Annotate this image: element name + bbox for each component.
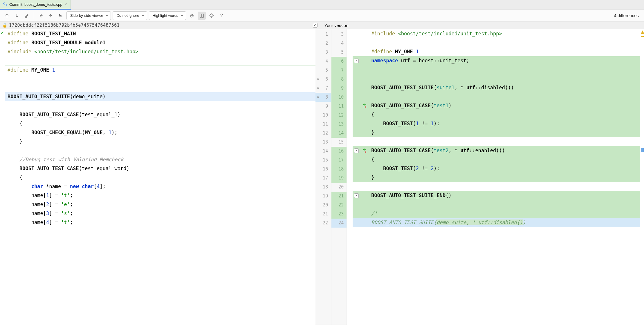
gutter-right: 3456789101112131415161718192021222324 bbox=[331, 29, 347, 325]
left-code[interactable]: #define BOOST_TEST_MAIN#define BOOST_TES… bbox=[0, 29, 315, 325]
code-line[interactable]: name[4] = 't'; bbox=[5, 218, 315, 227]
row-checkbox-cell bbox=[353, 65, 361, 74]
code-line[interactable] bbox=[368, 65, 644, 74]
sync-scroll-button[interactable] bbox=[198, 12, 206, 20]
row-swap-cell[interactable] bbox=[361, 146, 368, 155]
code-line[interactable]: #define MY_ONE 1 bbox=[368, 47, 644, 56]
code-line[interactable]: BOOST_AUTO_TEST_CASE(test2, * utf::enabl… bbox=[368, 146, 644, 155]
code-line[interactable]: #define MY_ONE 1 bbox=[5, 65, 315, 74]
code-line[interactable] bbox=[368, 137, 644, 146]
code-line[interactable]: #include <boost/test/included/unit_test.… bbox=[368, 29, 644, 38]
code-line[interactable]: BOOST_CHECK_EQUAL(MY_ONE, 1); bbox=[5, 128, 315, 137]
code-line[interactable]: name[3] = 's'; bbox=[5, 209, 315, 218]
code-line[interactable]: BOOST_AUTO_TEST_SUITE_END() bbox=[368, 191, 644, 200]
back-button[interactable] bbox=[37, 12, 45, 20]
code-line[interactable]: BOOST_AUTO_TEST_SUITE(demo_suite) bbox=[5, 92, 315, 101]
line-number: 3 bbox=[331, 30, 347, 39]
edit-button[interactable] bbox=[23, 12, 31, 20]
line-number: 1 bbox=[315, 30, 331, 39]
code-line[interactable]: } bbox=[368, 128, 644, 137]
code-line[interactable] bbox=[368, 38, 644, 47]
line-number: 10 bbox=[315, 111, 331, 120]
list-button[interactable] bbox=[57, 12, 65, 20]
close-icon[interactable]: × bbox=[65, 2, 67, 7]
warning-icon[interactable] bbox=[641, 30, 644, 34]
tab-bar: Commit: boost_demo_tests.cpp × bbox=[0, 0, 644, 10]
forward-button[interactable] bbox=[47, 12, 55, 20]
code-line[interactable] bbox=[5, 56, 315, 65]
pane-headers: 🔒 1720dbddcf22f5186b792bfb5e746754764875… bbox=[0, 21, 644, 29]
line-number: 18 bbox=[315, 183, 331, 192]
change-marker[interactable] bbox=[641, 148, 644, 152]
code-line[interactable]: { bbox=[5, 119, 315, 128]
row-swap-cell bbox=[361, 200, 368, 209]
code-line[interactable]: name[2] = 'e'; bbox=[5, 200, 315, 209]
svg-point-2 bbox=[211, 15, 212, 16]
code-line[interactable]: name[1] = 't'; bbox=[5, 191, 315, 200]
code-line[interactable] bbox=[5, 83, 315, 92]
code-line[interactable]: } bbox=[368, 173, 644, 182]
tab-commit-file[interactable]: Commit: boost_demo_tests.cpp × bbox=[0, 0, 71, 10]
line-number: 8» bbox=[315, 93, 331, 102]
code-line[interactable]: BOOST_AUTO_TEST_CASE(test1) bbox=[368, 101, 644, 110]
code-line[interactable]: BOOST_AUTO_TEST_SUITE(suite1, * utf::dis… bbox=[368, 83, 644, 92]
insert-chevron-icon[interactable]: » bbox=[317, 93, 319, 102]
line-number: 14 bbox=[315, 147, 331, 156]
row-swap-cell bbox=[361, 191, 368, 200]
highlight-mode-dropdown[interactable]: Highlight words bbox=[149, 11, 186, 20]
line-number: 16 bbox=[331, 147, 347, 156]
code-line[interactable]: #define BOOST_TEST_MODULE module1 bbox=[5, 38, 315, 47]
settings-button[interactable] bbox=[208, 12, 216, 20]
code-line[interactable]: { bbox=[5, 173, 315, 182]
row-checkbox-cell bbox=[353, 56, 361, 65]
help-button[interactable]: ? bbox=[217, 12, 226, 20]
row-checkbox-cell bbox=[353, 29, 361, 38]
row-checkbox-cell bbox=[353, 83, 361, 92]
left-pane: ✔ #define BOOST_TEST_MAIN#define BOOST_T… bbox=[0, 29, 315, 325]
apply-checkbox[interactable] bbox=[354, 148, 359, 153]
right-pane: #include <boost/test/included/unit_test.… bbox=[353, 29, 644, 325]
row-checkbox-cell bbox=[353, 74, 361, 83]
code-line[interactable]: BOOST_TEST(1 != 1); bbox=[368, 119, 644, 128]
collapse-unchanged-button[interactable] bbox=[188, 12, 196, 20]
code-line[interactable]: BOOST_AUTO_TEST_CASE(test_equal_word) bbox=[5, 164, 315, 173]
code-line[interactable] bbox=[368, 200, 644, 209]
code-line[interactable]: BOOST_TEST(2 != 2); bbox=[368, 164, 644, 173]
apply-checkbox[interactable] bbox=[354, 193, 359, 198]
row-checkbox-cell bbox=[353, 92, 361, 101]
insert-chevron-icon[interactable]: » bbox=[317, 84, 319, 93]
row-swap-cell bbox=[361, 137, 368, 146]
code-line[interactable] bbox=[368, 182, 644, 191]
row-checkbox-cell bbox=[353, 38, 361, 47]
line-number: 7» bbox=[315, 84, 331, 93]
code-line[interactable]: BOOST_AUTO_TEST_CASE(test_equal_1) bbox=[5, 110, 315, 119]
row-swap-cell[interactable] bbox=[361, 101, 368, 110]
line-number: 3 bbox=[315, 48, 331, 57]
prev-diff-button[interactable] bbox=[3, 12, 11, 20]
ignore-mode-dropdown[interactable]: Do not ignore bbox=[113, 11, 147, 20]
right-code[interactable]: #include <boost/test/included/unit_test.… bbox=[368, 29, 644, 325]
line-number: 12 bbox=[331, 111, 347, 120]
code-line[interactable]: { bbox=[368, 155, 644, 164]
code-line[interactable] bbox=[5, 101, 315, 110]
next-diff-button[interactable] bbox=[13, 12, 21, 20]
code-line[interactable]: char *name = new char[4]; bbox=[5, 182, 315, 191]
code-line[interactable] bbox=[5, 146, 315, 155]
code-line[interactable] bbox=[368, 92, 644, 101]
code-line[interactable]: #include <boost/test/included/unit_test.… bbox=[5, 47, 315, 56]
code-line[interactable]: //Debug test with Valgrind Memcheck bbox=[5, 155, 315, 164]
code-line[interactable] bbox=[368, 74, 644, 83]
code-line[interactable]: } bbox=[5, 137, 315, 146]
middle-gutter: 123456»7»8»910111213141516171819202122 3… bbox=[315, 29, 353, 325]
view-mode-dropdown[interactable]: Side-by-side viewer bbox=[66, 11, 111, 20]
code-line[interactable] bbox=[5, 74, 315, 83]
code-line[interactable]: #define BOOST_TEST_MAIN bbox=[5, 29, 315, 38]
insert-chevron-icon[interactable]: » bbox=[317, 75, 319, 84]
code-line[interactable]: BOOST_AUTO_TEST_SUITE(demo_suite, * utf:… bbox=[368, 218, 644, 227]
left-header-checkbox[interactable] bbox=[313, 23, 318, 28]
code-line[interactable]: /* bbox=[368, 209, 644, 218]
apply-checkbox[interactable] bbox=[354, 59, 359, 63]
code-line[interactable]: { bbox=[368, 110, 644, 119]
code-line[interactable]: namespace utf = boost::unit_test; bbox=[368, 56, 644, 65]
warning-marker[interactable] bbox=[641, 36, 644, 37]
